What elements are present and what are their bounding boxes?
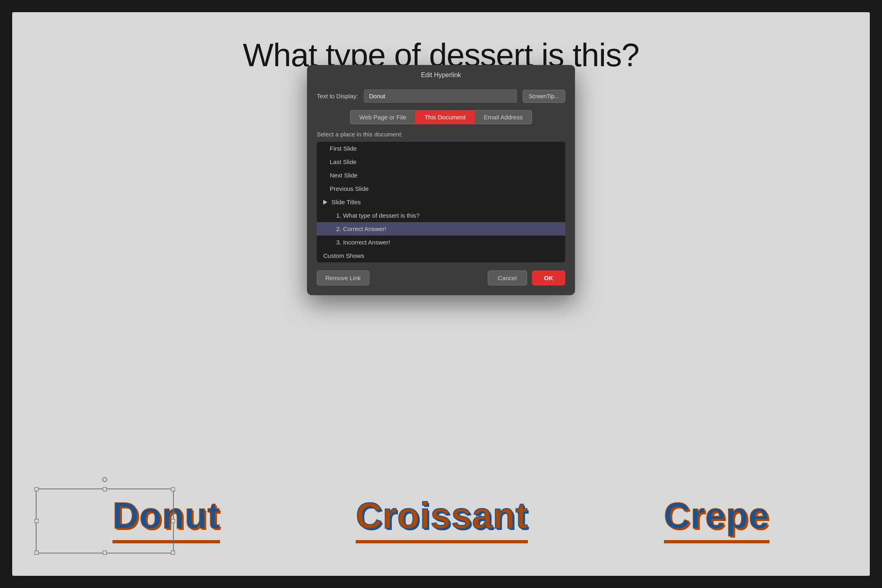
list-item-next-slide[interactable]: Next Slide [317, 169, 565, 182]
modal-overlay: Edit Hyperlink Text to Display: ScreenTi… [12, 12, 870, 576]
text-display-label: Text to Display: [317, 93, 358, 99]
cancel-button[interactable]: Cancel [488, 270, 527, 285]
section-label: Select a place in this document: [317, 131, 565, 138]
footer-right: Cancel OK [488, 270, 565, 285]
text-display-input[interactable] [364, 89, 517, 103]
list-item-last-slide[interactable]: Last Slide [317, 155, 565, 169]
remove-link-button[interactable]: Remove Link [317, 270, 370, 285]
edit-hyperlink-dialog: Edit Hyperlink Text to Display: ScreenTi… [307, 65, 575, 295]
dialog-titlebar: Edit Hyperlink [307, 65, 575, 83]
text-display-row: Text to Display: ScreenTip... [317, 89, 565, 103]
dialog-footer: Remove Link Cancel OK [317, 270, 565, 285]
dialog-body: Text to Display: ScreenTip... Web Page o… [307, 83, 575, 295]
document-list: First Slide Last Slide Next Slide Previo… [317, 142, 565, 262]
list-item-slide-1[interactable]: 1. What type of dessert is this? [317, 209, 565, 222]
tab-email-address[interactable]: Email Address [475, 110, 532, 124]
list-item-slide-2[interactable]: 2. Correct Answer! [317, 222, 565, 236]
list-item-slide-3[interactable]: 3. Incorrect Answer! [317, 236, 565, 249]
ok-button[interactable]: OK [532, 270, 566, 285]
tab-web-page[interactable]: Web Page or File [350, 110, 415, 124]
list-item-first-slide[interactable]: First Slide [317, 142, 565, 155]
list-item-custom-shows[interactable]: Custom Shows [317, 249, 565, 262]
screentip-button[interactable]: ScreenTip... [523, 90, 565, 103]
slide-area: What type of dessert is this? [12, 12, 870, 576]
list-item-prev-slide[interactable]: Previous Slide [317, 182, 565, 195]
triangle-icon [323, 200, 327, 205]
tab-this-document[interactable]: This Document [415, 110, 475, 124]
list-item-slide-titles[interactable]: Slide Titles [317, 195, 565, 209]
dialog-title: Edit Hyperlink [421, 71, 461, 78]
tabs-row: Web Page or File This Document Email Add… [317, 110, 565, 124]
